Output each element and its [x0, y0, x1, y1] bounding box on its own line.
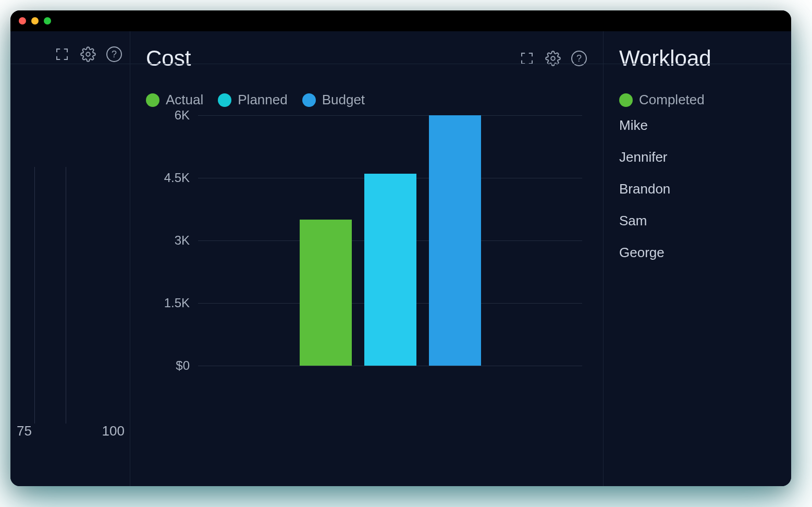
plot-area [198, 115, 582, 366]
name-item[interactable]: George [619, 245, 776, 261]
legend-swatch [218, 93, 231, 107]
legend-swatch [619, 93, 633, 107]
bars-container [198, 115, 582, 366]
legend-item-planned[interactable]: Planned [218, 92, 287, 108]
panel-left-toolbar: ? [54, 46, 122, 63]
y-tick: 6K [143, 108, 190, 123]
y-tick: 1.5K [143, 296, 190, 310]
legend-swatch [302, 93, 316, 107]
panel-left-truncated: ? 75 100 [10, 31, 130, 486]
cost-header: Cost ? [146, 46, 587, 71]
workload-legend: Completed [619, 92, 776, 108]
name-item[interactable]: Sam [619, 213, 776, 229]
xtick: 75 [17, 423, 32, 439]
legend-swatch [146, 93, 159, 107]
legend-label: Actual [166, 92, 203, 108]
workload-title: Workload [619, 46, 711, 71]
y-tick: $0 [143, 358, 190, 373]
window-minimize-dot[interactable] [31, 17, 39, 25]
name-item[interactable]: Mike [619, 117, 776, 134]
cost-legend: Actual Planned Budget [146, 92, 587, 108]
svg-point-0 [86, 52, 90, 56]
legend-label: Budget [322, 92, 365, 108]
help-icon[interactable]: ? [571, 50, 587, 67]
bar-planned[interactable] [364, 174, 416, 366]
svg-point-1 [551, 56, 555, 61]
cost-toolbar: ? [519, 50, 587, 67]
panel-left-header: ? [18, 46, 122, 63]
expand-icon[interactable] [54, 46, 70, 63]
legend-label: Completed [639, 92, 705, 108]
workload-header: Workload [619, 46, 776, 71]
dashboard: ? 75 100 Cost [10, 31, 791, 486]
xtick: 100 [102, 423, 125, 439]
left-panel-xticks: 75 100 [17, 423, 125, 439]
window-titlebar [10, 10, 791, 31]
left-panel-axis-fragment [34, 167, 99, 424]
name-item[interactable]: Brandon [619, 181, 776, 197]
legend-label: Planned [238, 92, 287, 108]
window-close-dot[interactable] [19, 17, 26, 25]
gear-icon[interactable] [545, 50, 561, 67]
y-axis-labels: 6K 4.5K 3K 1.5K $0 [146, 115, 193, 366]
help-icon[interactable]: ? [106, 46, 122, 63]
bar-budget[interactable] [429, 115, 481, 366]
app-window: ? 75 100 Cost [10, 10, 791, 486]
legend-item-budget[interactable]: Budget [302, 92, 365, 108]
cost-title: Cost [146, 46, 191, 71]
y-tick: 4.5K [143, 171, 190, 185]
expand-icon[interactable] [519, 50, 535, 67]
legend-item-actual[interactable]: Actual [146, 92, 203, 108]
workload-names: Mike Jennifer Brandon Sam George [619, 117, 776, 261]
legend-item-completed[interactable]: Completed [619, 92, 705, 108]
gear-icon[interactable] [80, 46, 96, 63]
bar-actual[interactable] [300, 220, 352, 366]
cost-chart: 6K 4.5K 3K 1.5K $0 [146, 115, 587, 366]
window-zoom-dot[interactable] [44, 17, 51, 25]
y-tick: 3K [143, 233, 190, 248]
name-item[interactable]: Jennifer [619, 149, 776, 165]
panel-workload: Workload Completed Mike Jennifer Brandon… [604, 31, 791, 486]
panel-cost: Cost ? Actual [130, 31, 604, 486]
